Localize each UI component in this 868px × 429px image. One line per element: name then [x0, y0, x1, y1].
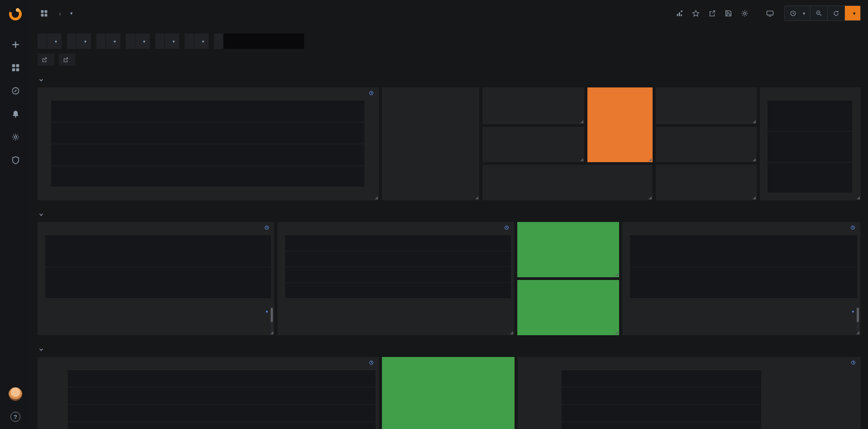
panel-title[interactable]: [277, 222, 514, 225]
panel-title[interactable]: [656, 87, 757, 90]
legend-series[interactable]: [42, 328, 216, 329]
legend-series[interactable]: [282, 328, 430, 329]
section-cpu-stats[interactable]: [38, 212, 861, 217]
cpu2-chart[interactable]: [630, 235, 857, 298]
dashboards-icon[interactable]: [10, 62, 21, 73]
y-axis-left: [520, 370, 562, 429]
section-network-memory[interactable]: [38, 347, 861, 352]
breadcrumb-separator: ›: [59, 10, 61, 17]
legend-scrollbar[interactable]: [271, 308, 273, 333]
panel-title[interactable]: [482, 127, 584, 130]
y-axis-left: [40, 370, 68, 429]
grafana-logo-icon[interactable]: [8, 6, 23, 22]
time-range-picker[interactable]: ▾: [785, 6, 810, 20]
dashboard-settings-gear-icon[interactable]: [738, 6, 752, 20]
admin-shield-icon[interactable]: [10, 154, 21, 165]
variable-currency[interactable]: ▾: [67, 34, 91, 49]
network-memory-panel-row: [38, 357, 861, 429]
user-avatar[interactable]: [9, 387, 22, 401]
variable-telegraf-datasource[interactable]: ▾: [155, 34, 179, 49]
panel-title[interactable]: [656, 127, 757, 130]
navbar: › ▾: [31, 0, 868, 26]
panel-time-override[interactable]: [369, 360, 376, 365]
variable-host[interactable]: ▾: [126, 34, 150, 49]
bars-chart[interactable]: [768, 100, 852, 193]
legend-row: [282, 315, 508, 324]
panel-title[interactable]: [482, 165, 653, 168]
dashboard-grid-icon[interactable]: [37, 6, 51, 20]
panel-title[interactable]: [656, 165, 757, 168]
add-panel-icon[interactable]: [673, 6, 687, 20]
panel-title[interactable]: [38, 357, 379, 360]
legend-series[interactable]: [42, 319, 216, 320]
create-plus-icon[interactable]: [10, 39, 21, 50]
cpu-package-chart[interactable]: [285, 235, 511, 298]
panel-title[interactable]: [517, 280, 619, 283]
network-chart[interactable]: [68, 370, 376, 429]
legend-series[interactable]: [763, 394, 796, 395]
panel-cpu-1-temp: [517, 222, 619, 277]
help-icon[interactable]: ?: [10, 412, 20, 422]
panel-time-override[interactable]: [850, 225, 857, 230]
share-icon[interactable]: [706, 6, 719, 20]
panel-memory: [518, 357, 861, 429]
cycle-view-tv-icon[interactable]: [763, 6, 777, 20]
chevron-down-icon: ▾: [202, 39, 204, 44]
panel-title[interactable]: [482, 87, 584, 90]
panel-title[interactable]: [622, 222, 860, 225]
stat-value: [517, 233, 619, 267]
panel-title[interactable]: [760, 87, 861, 90]
section-ups-stats[interactable]: [38, 77, 861, 83]
save-icon[interactable]: [722, 6, 735, 20]
panel-time-override[interactable]: [851, 360, 858, 365]
panel-title[interactable]: [518, 357, 861, 360]
panel-cpu-package: [277, 222, 514, 335]
stat-value: [482, 138, 584, 162]
panel-title[interactable]: [587, 87, 653, 90]
legend-series-ups-load[interactable]: [70, 196, 81, 197]
stat-value: [656, 99, 757, 124]
panel-time-override[interactable]: [264, 225, 271, 230]
dashboard-title-caret-icon[interactable]: ▾: [70, 10, 73, 16]
legend-sort-current[interactable]: [242, 308, 268, 314]
variable-ups-datasource[interactable]: ▾: [185, 34, 209, 49]
panel-title[interactable]: [382, 87, 479, 90]
legend-series[interactable]: [282, 319, 430, 320]
panel-title[interactable]: [38, 222, 274, 225]
alerting-bell-icon[interactable]: [10, 108, 21, 119]
legend-series[interactable]: [763, 402, 796, 404]
star-icon[interactable]: [689, 6, 703, 20]
legend-series-watts[interactable]: [107, 196, 118, 197]
refresh-interval-picker[interactable]: ▾: [844, 6, 860, 20]
legend-sort-current[interactable]: [828, 308, 854, 314]
memory-chart[interactable]: [562, 370, 761, 429]
configuration-gear-icon[interactable]: [10, 131, 21, 142]
explore-compass-icon[interactable]: [10, 85, 21, 96]
panel-title[interactable]: [517, 222, 619, 225]
legend-series[interactable]: [627, 319, 802, 320]
legend-scrollbar[interactable]: [857, 308, 859, 333]
cpu-package-plot: [285, 235, 511, 298]
link-ups-monitoring-guide[interactable]: [59, 53, 76, 66]
link-grafana-plex-theme[interactable]: [38, 53, 54, 66]
template-variables-row: ▾ ▾ ▾ ▾ ▾: [38, 34, 861, 49]
chevron-down-icon: ▾: [114, 39, 116, 44]
cpu-threads-input[interactable]: [224, 34, 304, 49]
panel-average-daily-cost: [656, 87, 757, 124]
panel-title[interactable]: [382, 357, 515, 360]
panel-title[interactable]: [38, 87, 379, 90]
refresh-icon[interactable]: [827, 6, 844, 20]
legend-row: [42, 324, 268, 333]
legend-row: [763, 390, 854, 399]
panel-time-override[interactable]: [369, 91, 376, 96]
ups-load-chart[interactable]: [51, 100, 364, 187]
cpu1-chart[interactable]: [45, 235, 271, 298]
stat-value: [482, 176, 653, 200]
variable-kwh-price[interactable]: ▾: [38, 34, 62, 49]
panel-average-psu-load: [482, 127, 584, 162]
legend-series[interactable]: [627, 328, 802, 329]
x-axis: [277, 298, 514, 306]
panel-time-override[interactable]: [504, 225, 511, 230]
zoom-out-icon[interactable]: [810, 6, 827, 20]
variable-ups-max-output[interactable]: ▾: [96, 34, 120, 49]
